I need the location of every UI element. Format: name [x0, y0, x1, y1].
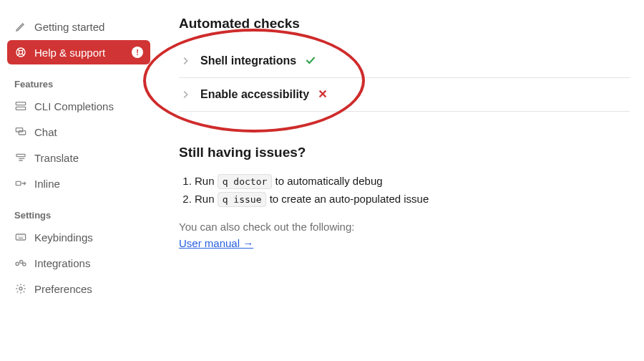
integrations-icon: [14, 256, 27, 269]
sidebar-item-getting-started[interactable]: Getting started: [7, 14, 150, 39]
sidebar-item-preferences[interactable]: Preferences: [7, 276, 150, 301]
sidebar-item-label: Help & support: [34, 47, 105, 59]
sidebar-item-inline[interactable]: Inline: [7, 171, 150, 196]
sidebar-item-label: Translate: [34, 152, 79, 164]
code-q-issue: q issue: [218, 192, 267, 207]
step-1: Run q doctor to automatically debug: [195, 172, 630, 190]
chevron-right-icon: [182, 57, 192, 65]
main-panel: Automated checks Shell integrations Enab…: [157, 0, 644, 361]
alert-badge: !: [132, 47, 143, 58]
check-ok-icon: [305, 55, 316, 67]
sidebar-item-chat[interactable]: Chat: [7, 120, 150, 144]
svg-rect-7: [16, 181, 21, 185]
sidebar-item-label: Chat: [34, 126, 57, 138]
pencil-icon: [14, 20, 27, 33]
check-row-enable-accessibility[interactable]: Enable accessibility: [179, 78, 630, 112]
sidebar-item-label: Preferences: [34, 283, 92, 295]
gear-icon: [14, 282, 27, 295]
lifebuoy-icon: [14, 46, 27, 59]
troubleshoot-steps: Run q doctor to automatically debug Run …: [179, 172, 630, 208]
translate-icon: [14, 151, 27, 164]
svg-rect-3: [16, 107, 25, 110]
svg-rect-8: [16, 234, 25, 240]
user-manual-link[interactable]: User manual →: [179, 237, 253, 249]
inline-icon: [14, 177, 27, 190]
sidebar: Getting started Help & support ! Feature…: [0, 0, 157, 361]
svg-point-12: [19, 287, 22, 290]
sidebar-item-label: Inline: [34, 178, 60, 190]
step-2: Run q issue to create an auto-populated …: [195, 190, 630, 208]
svg-point-1: [19, 50, 22, 54]
also-check-text: You can also check out the following:: [179, 221, 630, 233]
check-fail-icon: [318, 89, 329, 100]
sidebar-item-keybindings[interactable]: Keybindings: [7, 225, 150, 249]
section-header-features: Features: [7, 66, 150, 94]
check-row-shell-integrations[interactable]: Shell integrations: [179, 44, 630, 78]
svg-rect-6: [16, 154, 25, 156]
keybindings-icon: [14, 231, 27, 244]
automated-checks-title: Automated checks: [179, 16, 630, 32]
chat-icon: [14, 125, 27, 138]
sidebar-item-cli-completions[interactable]: CLI Completions: [7, 94, 150, 118]
svg-point-11: [23, 263, 26, 266]
sidebar-item-label: Getting started: [34, 21, 104, 33]
sidebar-item-translate[interactable]: Translate: [7, 145, 150, 170]
sidebar-item-label: Keybindings: [34, 231, 93, 244]
chevron-right-icon: [182, 90, 192, 99]
sidebar-item-help-support[interactable]: Help & support !: [7, 40, 150, 64]
svg-point-9: [16, 262, 19, 265]
cli-icon: [14, 100, 27, 112]
svg-rect-2: [16, 102, 25, 105]
svg-point-10: [20, 261, 23, 264]
sidebar-item-label: CLI Completions: [34, 100, 114, 112]
check-label: Enable accessibility: [200, 88, 309, 101]
sidebar-item-integrations[interactable]: Integrations: [7, 251, 150, 275]
check-label: Shell integrations: [200, 54, 296, 67]
section-header-settings: Settings: [7, 197, 150, 225]
still-having-issues-title: Still having issues?: [179, 145, 630, 160]
code-q-doctor: q doctor: [218, 174, 273, 189]
sidebar-item-label: Integrations: [34, 257, 90, 269]
